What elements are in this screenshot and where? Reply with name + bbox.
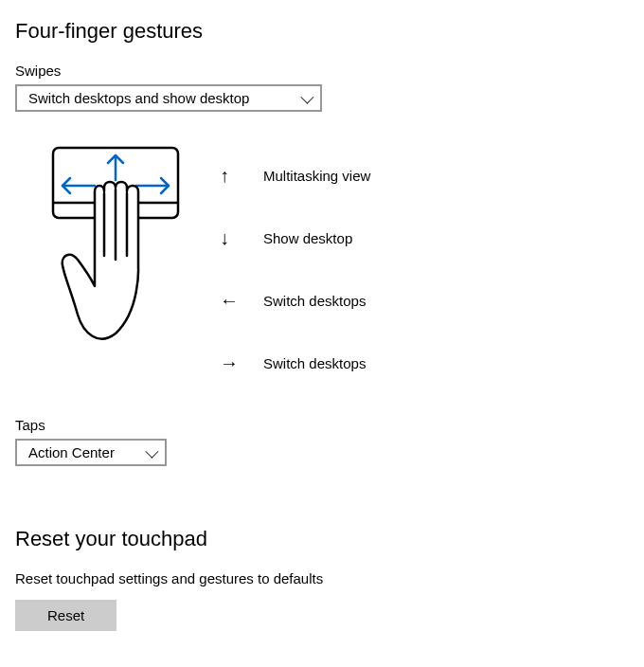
chevron-down-icon: [300, 90, 313, 103]
section-heading-reset: Reset your touchpad: [15, 527, 629, 551]
chevron-down-icon: [145, 444, 158, 458]
gesture-row-left: ← Switch desktops: [220, 269, 370, 332]
swipes-dropdown[interactable]: Switch desktops and show desktop: [15, 84, 322, 112]
arrow-up-icon: ↑: [220, 166, 263, 185]
arrow-down-icon: ↓: [220, 228, 263, 247]
taps-dropdown[interactable]: Action Center: [15, 439, 167, 466]
gesture-label-up: Multitasking view: [263, 168, 370, 184]
gesture-label-right: Switch desktops: [263, 355, 366, 371]
gesture-label-left: Switch desktops: [263, 293, 366, 309]
taps-dropdown-value: Action Center: [28, 444, 115, 460]
reset-button[interactable]: Reset: [15, 600, 116, 631]
gesture-row-up: ↑ Multitasking view: [220, 144, 370, 207]
swipes-label: Swipes: [15, 63, 629, 79]
section-heading-gestures: Four-finger gestures: [15, 19, 629, 44]
arrow-right-icon: →: [220, 353, 263, 372]
gesture-row-right: → Switch desktops: [220, 332, 370, 394]
touchpad-gesture-illustration: [49, 144, 182, 371]
swipes-dropdown-value: Switch desktops and show desktop: [28, 90, 249, 106]
arrow-left-icon: ←: [220, 291, 263, 310]
reset-description: Reset touchpad settings and gestures to …: [15, 570, 629, 586]
gesture-row-down: ↓ Show desktop: [220, 207, 370, 269]
taps-label: Taps: [15, 417, 629, 433]
gesture-label-down: Show desktop: [263, 230, 352, 246]
gesture-direction-list: ↑ Multitasking view ↓ Show desktop ← Swi…: [220, 144, 370, 394]
